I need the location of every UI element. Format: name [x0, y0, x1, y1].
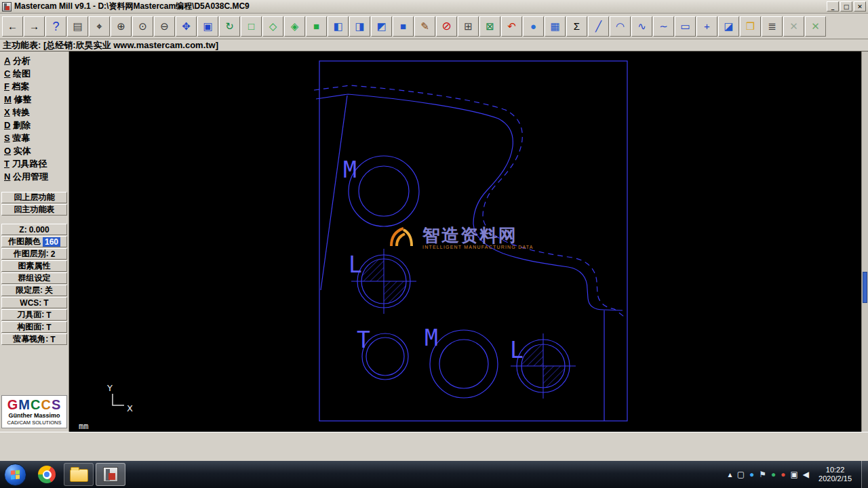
group-settings-button[interactable]: 群组设定: [1, 272, 67, 284]
hole-label: L: [349, 251, 362, 278]
line-icon: ╱: [595, 21, 601, 31]
disabled-x2-icon-button[interactable]: ✕: [805, 16, 826, 37]
delete-icon-button[interactable]: ⊘: [436, 16, 457, 37]
construction-plane-button[interactable]: 构图面:T: [1, 321, 67, 333]
sidebar-item-A[interactable]: A 分析: [0, 54, 68, 67]
hole-circle: [439, 340, 488, 388]
zoom-in-icon-button[interactable]: ⊕: [111, 16, 132, 37]
sidebar-item-O[interactable]: O 实体: [0, 144, 68, 157]
blank-screen-icon-button[interactable]: ⊞: [458, 16, 479, 37]
analyze-cursor-icon-button[interactable]: ⌖: [89, 16, 110, 37]
gview-front-icon-button[interactable]: ◇: [262, 16, 283, 37]
tool-plane-button[interactable]: 刀具面:T: [1, 309, 67, 321]
cplane-3d-icon-button[interactable]: ■: [393, 16, 414, 37]
help-icon-button[interactable]: ?: [45, 16, 66, 37]
hole-circle: [359, 166, 409, 216]
chook-sigma-icon-button[interactable]: Σ: [566, 16, 587, 37]
security-tray-icon[interactable]: ●: [749, 470, 754, 479]
repaint-icon: ↻: [225, 21, 234, 31]
status-value: T: [46, 310, 51, 320]
cplane-top-icon-button[interactable]: ◧: [328, 16, 349, 37]
canvas-scrollbar[interactable]: [861, 52, 868, 432]
undo-icon-button[interactable]: ↶: [501, 16, 522, 37]
menu-hotkey: T: [4, 159, 9, 169]
status-label: 刀具面:: [17, 309, 44, 321]
sidebar-item-D[interactable]: D 删除: [0, 119, 68, 131]
z-depth-button[interactable]: Z:0.000: [1, 224, 67, 235]
display-tray-icon[interactable]: ▢: [737, 470, 745, 479]
back-one-level-button[interactable]: 回上层功能: [1, 192, 67, 203]
menu-label: 萤幕: [10, 133, 31, 143]
tray-clock[interactable]: 10:22 2020/2/15: [818, 466, 852, 483]
spline-icon-button[interactable]: ∼: [653, 16, 674, 37]
zoom-window-icon-button[interactable]: ⊙: [132, 16, 153, 37]
forward-icon-button[interactable]: →: [24, 16, 45, 37]
printer-tray-icon[interactable]: ▣: [790, 470, 797, 479]
shade-icon-button[interactable]: ●: [523, 16, 544, 37]
show-desktop-button[interactable]: [861, 461, 868, 488]
gview-shaded-icon-button[interactable]: ■: [306, 16, 327, 37]
stock-boundary: [319, 61, 627, 421]
cplane-side-icon-button[interactable]: ◩: [371, 16, 392, 37]
alert-tray-icon[interactable]: ●: [781, 470, 785, 479]
maximize-button[interactable]: □: [840, 1, 852, 12]
status-label: 构图面:: [17, 321, 44, 333]
attributes-icon-button[interactable]: ≣: [762, 16, 783, 37]
antivirus-tray-icon[interactable]: ●: [771, 470, 776, 479]
sidebar-item-X[interactable]: X 转换: [0, 106, 68, 119]
taskbar-chrome-button[interactable]: [32, 463, 62, 486]
menu-hotkey: S: [4, 133, 10, 143]
arc-icon: ◠: [616, 21, 625, 31]
draw-color-button[interactable]: 作图颜色160: [1, 236, 67, 247]
spline-icon: ∼: [659, 21, 668, 31]
start-button[interactable]: [4, 464, 26, 486]
gview-top-icon-button[interactable]: □: [241, 16, 262, 37]
back-icon-button[interactable]: ←: [2, 16, 23, 37]
draw-level-button[interactable]: 作图层别:2: [1, 248, 67, 260]
entity-attributes-button[interactable]: 图素属性: [1, 260, 67, 272]
sidebar-item-F[interactable]: F 档案: [0, 80, 68, 93]
fillet-icon-button[interactable]: ∿: [631, 16, 652, 37]
sketch-icon-button[interactable]: ✎: [414, 16, 435, 37]
windows-logo-icon: [11, 470, 20, 479]
gview-iso-icon-button[interactable]: ◈: [284, 16, 305, 37]
sidebar-item-S[interactable]: S 萤幕: [0, 131, 68, 144]
drawing-canvas[interactable]: MLTML Y X mm 智造资料网 INTELLIGENT MANUFACTU…: [69, 52, 861, 432]
line-icon-button[interactable]: ╱: [588, 16, 609, 37]
minimize-button[interactable]: _: [827, 1, 839, 12]
disabled-x-icon-button[interactable]: ✕: [783, 16, 804, 37]
sidebar-item-T[interactable]: T 刀具路径: [0, 157, 68, 170]
copy-screen-icon-button[interactable]: ▦: [545, 16, 566, 37]
zoom-out-icon-button[interactable]: ⊖: [154, 16, 175, 37]
gview-button[interactable]: 萤幕视角:T: [1, 333, 67, 345]
sidebar-item-N[interactable]: N 公用管理: [0, 170, 68, 183]
scrollbar-thumb[interactable]: [863, 272, 867, 303]
solids-icon-button[interactable]: ◪: [718, 16, 739, 37]
cplane-front-icon-button[interactable]: ◨: [349, 16, 370, 37]
regen-screen-icon-button[interactable]: ⊠: [479, 16, 500, 37]
status-value: 2: [51, 249, 56, 259]
zoom-target-icon-button[interactable]: ▣: [197, 16, 218, 37]
main-menu-button[interactable]: 回主功能表: [1, 204, 67, 216]
wcs-button[interactable]: WCS:T: [1, 297, 67, 308]
sidebar-item-C[interactable]: C 绘图: [0, 67, 68, 80]
sidebar-item-M[interactable]: M 修整: [0, 93, 68, 106]
hole-circle: [366, 338, 404, 375]
volume-tray-icon[interactable]: ◀: [803, 470, 809, 479]
fit-screen-icon-button[interactable]: ✥: [176, 16, 197, 37]
close-button[interactable]: ✕: [854, 1, 866, 12]
menu-hotkey: O: [4, 146, 11, 156]
taskbar-explorer-button[interactable]: [64, 463, 94, 486]
hidden-icons-chevron[interactable]: ▴: [728, 470, 732, 479]
file-icon-button[interactable]: ▤: [67, 16, 88, 37]
point-icon-button[interactable]: +: [696, 16, 717, 37]
action-center-flag-icon[interactable]: ⚑: [759, 470, 766, 479]
levels-icon-button[interactable]: ❒: [740, 16, 761, 37]
repaint-icon-button[interactable]: ↻: [219, 16, 240, 37]
arc-icon-button[interactable]: ◠: [610, 16, 631, 37]
limit-level-button[interactable]: 限定层:关: [1, 285, 67, 296]
gmccs-letter: C: [31, 397, 41, 412]
rectangle-icon-button[interactable]: ▭: [675, 16, 696, 37]
explorer-folder-icon: [70, 469, 88, 482]
taskbar-mastercam-button[interactable]: [96, 463, 125, 486]
